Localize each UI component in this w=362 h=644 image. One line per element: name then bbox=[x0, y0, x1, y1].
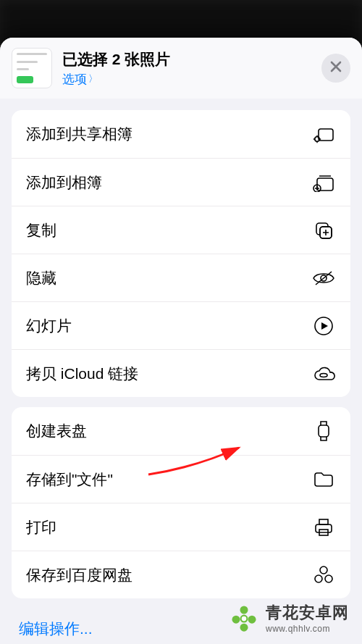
actions-group-2: 创建表盘 存储到"文件" 打印 bbox=[12, 407, 350, 598]
eye-slash-icon bbox=[311, 270, 336, 286]
close-button[interactable] bbox=[321, 54, 350, 83]
svg-rect-11 bbox=[316, 524, 332, 532]
sheet-header: 已选择 2 张照片 选项 〉 bbox=[0, 38, 362, 99]
watermark-name: 青花安卓网 bbox=[266, 602, 349, 624]
actions-scroll[interactable]: 添加到共享相簿 添加到相簿 复制 bbox=[0, 103, 362, 644]
svg-rect-10 bbox=[319, 425, 329, 437]
action-label: 隐藏 bbox=[26, 268, 56, 288]
baidu-pan-icon bbox=[311, 565, 336, 585]
options-button[interactable]: 选项 〉 bbox=[62, 71, 98, 88]
action-print[interactable]: 打印 bbox=[12, 503, 350, 551]
watermark-url: www.qhhlv.com bbox=[266, 624, 349, 634]
share-sheet: 已选择 2 张照片 选项 〉 添加到共享相簿 添加到相簿 bbox=[0, 38, 362, 644]
watermark: 青花安卓网 www.qhhlv.com bbox=[228, 602, 349, 634]
svg-point-17 bbox=[240, 606, 248, 614]
action-label: 打印 bbox=[26, 517, 56, 538]
action-label: 创建表盘 bbox=[26, 421, 87, 441]
action-add-to-album[interactable]: 添加到相簿 bbox=[12, 158, 350, 206]
action-save-to-files[interactable]: 存储到"文件" bbox=[12, 455, 350, 503]
svg-point-14 bbox=[320, 566, 327, 574]
action-label: 添加到共享相簿 bbox=[26, 124, 132, 144]
selection-thumbnail[interactable] bbox=[12, 48, 52, 88]
action-label: 拷贝 iCloud 链接 bbox=[26, 364, 138, 384]
watch-icon bbox=[311, 420, 336, 442]
actions-group-1: 添加到共享相簿 添加到相簿 复制 bbox=[12, 110, 350, 397]
action-label: 幻灯片 bbox=[26, 316, 72, 336]
cloud-link-icon bbox=[311, 365, 336, 382]
close-icon bbox=[329, 59, 342, 78]
svg-rect-2 bbox=[317, 178, 333, 191]
action-add-to-shared-album[interactable]: 添加到共享相簿 bbox=[12, 110, 350, 158]
svg-point-18 bbox=[232, 616, 240, 624]
svg-point-15 bbox=[315, 575, 322, 582]
selection-title: 已选择 2 张照片 bbox=[62, 49, 311, 70]
action-save-to-baidu[interactable]: 保存到百度网盘 bbox=[12, 551, 350, 598]
folder-icon bbox=[311, 471, 336, 488]
play-circle-icon bbox=[311, 316, 336, 336]
action-slideshow[interactable]: 幻灯片 bbox=[12, 301, 350, 349]
svg-point-19 bbox=[248, 616, 256, 624]
action-hide[interactable]: 隐藏 bbox=[12, 254, 350, 301]
printer-icon bbox=[311, 517, 336, 538]
options-label: 选项 bbox=[62, 71, 87, 88]
svg-point-9 bbox=[320, 373, 327, 377]
action-label: 存储到"文件" bbox=[26, 469, 113, 490]
svg-point-20 bbox=[240, 624, 248, 632]
action-create-watch-face[interactable]: 创建表盘 bbox=[12, 407, 350, 455]
watermark-logo bbox=[228, 602, 260, 634]
edit-actions-label: 编辑操作... bbox=[19, 620, 93, 637]
action-copy-icloud-link[interactable]: 拷贝 iCloud 链接 bbox=[12, 349, 350, 397]
shared-album-icon bbox=[311, 125, 336, 143]
chevron-right-icon: 〉 bbox=[88, 72, 98, 85]
action-label: 复制 bbox=[26, 220, 56, 241]
album-add-icon bbox=[311, 173, 336, 192]
svg-rect-12 bbox=[319, 519, 328, 524]
action-copy[interactable]: 复制 bbox=[12, 206, 350, 254]
action-label: 添加到相簿 bbox=[26, 172, 102, 193]
action-label: 保存到百度网盘 bbox=[26, 565, 132, 585]
svg-point-16 bbox=[325, 575, 332, 582]
copy-icon bbox=[311, 220, 336, 241]
header-text: 已选择 2 张照片 选项 〉 bbox=[62, 49, 311, 88]
